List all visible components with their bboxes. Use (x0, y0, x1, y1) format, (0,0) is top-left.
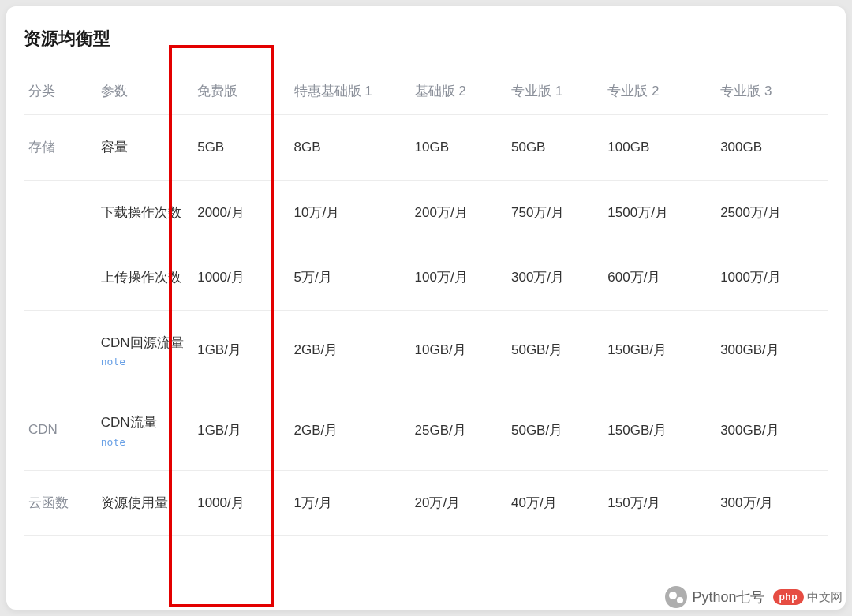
cell-category: 存储 (24, 115, 96, 181)
cell-category (24, 310, 96, 390)
table-row: CDNCDN流量note1GB/月2GB/月25GB/月50GB/月150GB/… (24, 390, 828, 471)
cell-category: CDN (24, 390, 96, 471)
cell-value: 300万/月 (506, 245, 603, 311)
cell-value: 200万/月 (410, 180, 506, 245)
col-pro1: 专业版 1 (506, 73, 603, 115)
table-row: 云函数资源使用量1000/月1万/月20万/月40万/月150万/月300万/月 (24, 470, 828, 536)
cell-param: 下载操作次数 (96, 180, 192, 245)
pricing-table: 分类 参数 免费版 特惠基础版 1 基础版 2 专业版 1 专业版 2 专业版 … (24, 73, 828, 536)
table-row: 存储容量5GB8GB10GB50GB100GB300GB (24, 115, 828, 181)
cell-value: 40万/月 (506, 470, 603, 536)
cell-value: 50GB (506, 115, 603, 181)
cell-category (24, 180, 96, 245)
cell-value: 20万/月 (410, 470, 506, 536)
card-title: 资源均衡型 (24, 27, 828, 50)
col-pro2: 专业版 2 (603, 73, 716, 115)
cell-category (24, 245, 96, 311)
col-basic2: 基础版 2 (410, 73, 506, 115)
cell-value: 1GB/月 (192, 310, 289, 390)
cell-value: 10GB (410, 115, 506, 181)
wechat-text: Python七号 (692, 588, 764, 607)
table-header-row: 分类 参数 免费版 特惠基础版 1 基础版 2 专业版 1 专业版 2 专业版 … (24, 73, 828, 115)
cell-value: 150万/月 (603, 470, 716, 536)
cell-value: 1GB/月 (192, 390, 289, 471)
cell-value: 10万/月 (290, 180, 410, 245)
cell-value: 600万/月 (603, 245, 716, 311)
cell-value: 25GB/月 (410, 390, 506, 471)
cell-value: 1万/月 (290, 470, 410, 536)
param-note: note (101, 436, 188, 448)
col-basic1: 特惠基础版 1 (290, 73, 410, 115)
cell-param: CDN回源流量note (96, 310, 192, 390)
param-label: 上传操作次数 (101, 267, 188, 288)
cell-value: 50GB/月 (506, 310, 603, 390)
cell-value: 150GB/月 (603, 310, 716, 390)
table-row: 上传操作次数1000/月5万/月100万/月300万/月600万/月1000万/… (24, 245, 828, 311)
cell-value: 1500万/月 (603, 180, 716, 245)
watermark: Python七号 php 中文网 (665, 586, 843, 608)
cell-value: 50GB/月 (506, 390, 603, 471)
php-text: 中文网 (807, 590, 843, 605)
cell-value: 2GB/月 (290, 310, 410, 390)
php-watermark: php 中文网 (773, 589, 843, 605)
cell-param: 上传操作次数 (96, 245, 192, 311)
cell-value: 300GB/月 (716, 310, 828, 390)
cell-value: 2GB/月 (290, 390, 410, 471)
cell-value: 10GB/月 (410, 310, 506, 390)
table-row: 下载操作次数2000/月10万/月200万/月750万/月1500万/月2500… (24, 180, 828, 245)
cell-value: 8GB (290, 115, 410, 181)
param-label: 下载操作次数 (101, 203, 188, 223)
php-badge: php (773, 589, 805, 605)
cell-value: 300GB/月 (716, 390, 828, 471)
cell-value: 1000万/月 (716, 245, 828, 311)
param-label: CDN流量 (101, 413, 188, 433)
pricing-card: 资源均衡型 分类 参数 免费版 特惠基础版 1 基础版 2 专业版 1 专业版 … (6, 6, 846, 610)
cell-value: 1000/月 (192, 245, 289, 311)
cell-value: 5万/月 (290, 245, 410, 311)
wechat-icon (665, 586, 687, 608)
param-label: CDN回源流量 (101, 333, 188, 353)
cell-value: 100GB (603, 115, 716, 181)
param-label: 容量 (101, 137, 188, 158)
col-free: 免费版 (192, 73, 289, 115)
cell-value: 300万/月 (716, 470, 828, 536)
cell-value: 300GB (716, 115, 828, 181)
cell-param: 资源使用量 (96, 470, 192, 536)
cell-value: 150GB/月 (603, 390, 716, 471)
table-row: CDN回源流量note1GB/月2GB/月10GB/月50GB/月150GB/月… (24, 310, 828, 390)
cell-category: 云函数 (24, 470, 96, 536)
cell-value: 1000/月 (192, 470, 289, 536)
cell-value: 2500万/月 (716, 180, 828, 245)
cell-value: 750万/月 (506, 180, 603, 245)
cell-value: 2000/月 (192, 180, 289, 245)
cell-param: CDN流量note (96, 390, 192, 471)
col-param: 参数 (96, 73, 192, 115)
cell-param: 容量 (96, 115, 192, 181)
param-note: note (101, 356, 188, 368)
col-category: 分类 (24, 73, 96, 115)
param-label: 资源使用量 (101, 493, 188, 513)
cell-value: 5GB (192, 115, 289, 181)
col-pro3: 专业版 3 (716, 73, 828, 115)
wechat-watermark: Python七号 (665, 586, 764, 608)
cell-value: 100万/月 (410, 245, 506, 311)
